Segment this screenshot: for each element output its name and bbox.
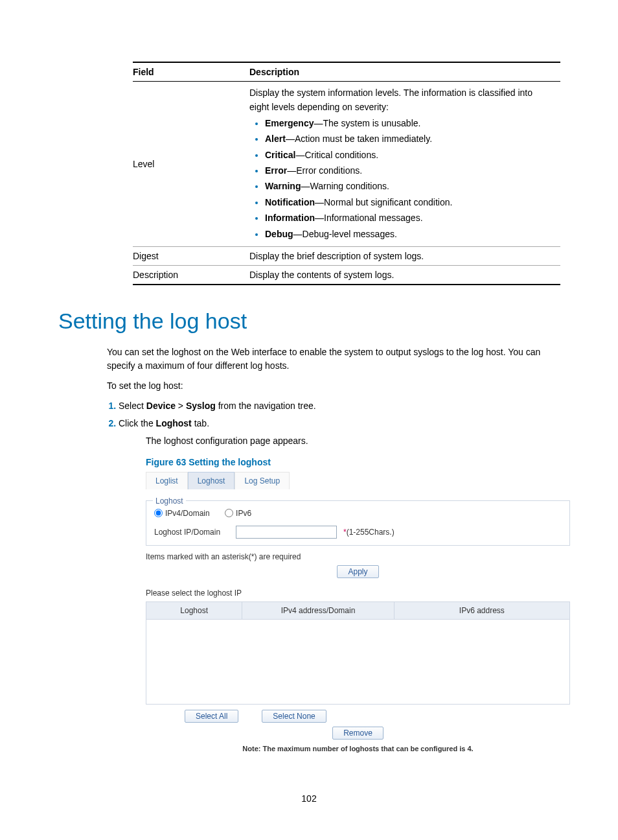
step-1: Select Device > Syslog from the navigati…	[119, 399, 560, 413]
intro-lead: To set the log host:	[107, 379, 560, 393]
radio-ipv4-domain[interactable]: IPv4/Domain	[154, 508, 210, 519]
tab-loglist[interactable]: Loglist	[146, 472, 188, 489]
row-digest-field: Digest	[133, 246, 249, 265]
row-level-desc: Display the system information levels. T…	[249, 86, 554, 241]
field-description-table: Field Description Level Display the syst…	[133, 62, 560, 285]
page-number: 102	[58, 793, 560, 804]
required-note: Items marked with an asterisk(*) are req…	[146, 551, 570, 563]
fieldset-legend: Loghost	[153, 495, 186, 507]
select-all-button[interactable]: Select All	[185, 710, 238, 723]
row-description-field: Description	[133, 265, 249, 285]
th-description: Description	[249, 62, 560, 82]
tab-logsetup[interactable]: Log Setup	[235, 472, 290, 489]
step-2-result: The loghost configuration page appears.	[146, 434, 560, 448]
step-2: Click the Loghost tab. The loghost confi…	[119, 417, 560, 754]
select-prompt: Please select the loghost IP	[146, 587, 570, 599]
radio-ipv4-input[interactable]	[154, 509, 163, 517]
th-field: Field	[133, 62, 249, 82]
loghost-table-body	[146, 620, 570, 705]
row-description-desc: Display the contents of system logs.	[249, 265, 560, 285]
tab-loghost[interactable]: Loghost	[188, 472, 235, 489]
figure-caption: Figure 63 Setting the loghost	[146, 456, 560, 469]
radio-ipv6[interactable]: IPv6	[225, 508, 251, 519]
section-title: Setting the log host	[58, 309, 560, 334]
radio-ipv6-input[interactable]	[225, 509, 233, 517]
apply-button[interactable]: Apply	[337, 565, 378, 578]
th-loghost: Loghost	[146, 602, 242, 619]
intro-paragraph: You can set the loghost on the Web inter…	[107, 345, 560, 373]
row-level-field: Level	[133, 82, 249, 247]
th-ipv6-address: IPv6 address	[395, 602, 569, 619]
loghost-ip-label: Loghost IP/Domain	[154, 526, 231, 538]
loghost-table-header: Loghost IPv4 address/Domain IPv6 address	[146, 601, 570, 620]
loghost-ip-input[interactable]	[236, 526, 337, 539]
max-loghosts-note: Note: The maximum number of loghosts tha…	[146, 743, 570, 754]
row-digest-desc: Display the brief description of system …	[249, 246, 560, 265]
loghost-figure: Loglist Loghost Log Setup Loghost IPv4/D…	[146, 472, 570, 754]
select-none-button[interactable]: Select None	[262, 710, 326, 723]
th-ipv4-domain: IPv4 address/Domain	[242, 602, 394, 619]
remove-button[interactable]: Remove	[332, 727, 383, 740]
